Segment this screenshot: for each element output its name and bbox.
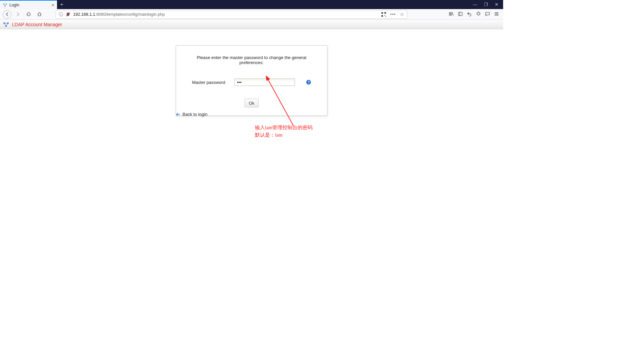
qr-icon[interactable] xyxy=(381,12,386,17)
sidebar-toggle-icon[interactable] xyxy=(458,11,463,17)
login-card: Please enter the master password to chan… xyxy=(176,45,327,116)
ok-button[interactable]: Ok xyxy=(245,99,259,107)
app-logo-icon xyxy=(3,21,9,28)
window-controls: — ❐ ✕ xyxy=(473,0,503,9)
url-host: 192.168.1.1 xyxy=(73,12,95,17)
back-to-login-label: Back to login xyxy=(182,112,207,117)
url-text: 192.168.1.1:8080/templates/config/mainlo… xyxy=(73,12,165,17)
nav-back-button[interactable] xyxy=(3,10,11,19)
browser-tabstrip: Login × ＋ — ❐ ✕ xyxy=(0,0,503,9)
address-bar[interactable]: i 192.168.1.1:8080/templates/config/main… xyxy=(56,10,407,19)
nav-reload-button[interactable] xyxy=(24,10,33,19)
nav-forward-button[interactable] xyxy=(13,10,22,19)
back-arrow-icon xyxy=(176,113,180,116)
login-prompt: Please enter the master password to chan… xyxy=(184,55,319,65)
password-label: Master password xyxy=(192,80,225,85)
site-info-icon[interactable]: i xyxy=(59,12,63,16)
bookmark-star-icon[interactable]: ☆ xyxy=(400,11,404,17)
nav-home-button[interactable] xyxy=(35,10,44,19)
app-menu-icon[interactable] xyxy=(494,11,499,17)
app-header: LDAP Account Manager xyxy=(0,20,503,29)
help-icon[interactable]: ? xyxy=(306,80,311,85)
back-to-login-link[interactable]: Back to login xyxy=(176,112,207,117)
svg-rect-4 xyxy=(459,12,462,15)
url-path: :8080/templates/config/mainlogin.php xyxy=(95,12,165,17)
annotation-text: 输入lam管理控制台的密码 默认是：lam xyxy=(255,124,313,139)
tracking-protection-off-icon[interactable] xyxy=(66,12,70,17)
tab-close-icon[interactable]: × xyxy=(52,2,54,8)
page-content: Please enter the master password to chan… xyxy=(0,29,503,272)
undo-icon[interactable] xyxy=(467,11,472,17)
window-maximize-icon[interactable]: ❐ xyxy=(484,2,488,7)
browser-navbar: i 192.168.1.1:8080/templates/config/main… xyxy=(0,9,503,20)
window-close-icon[interactable]: ✕ xyxy=(495,2,498,7)
chat-icon[interactable] xyxy=(485,11,490,17)
master-password-input[interactable] xyxy=(234,79,295,86)
library-icon[interactable] xyxy=(449,11,454,17)
window-minimize-icon[interactable]: — xyxy=(473,2,477,7)
browser-tab[interactable]: Login × xyxy=(0,0,57,9)
new-tab-button[interactable]: ＋ xyxy=(57,0,66,9)
extension-icon[interactable] xyxy=(476,11,481,17)
tab-favicon-icon xyxy=(3,3,7,7)
page-actions-icon[interactable]: ••• xyxy=(390,12,396,17)
app-title: LDAP Account Manager xyxy=(12,22,62,27)
tab-title: Login xyxy=(9,3,19,7)
